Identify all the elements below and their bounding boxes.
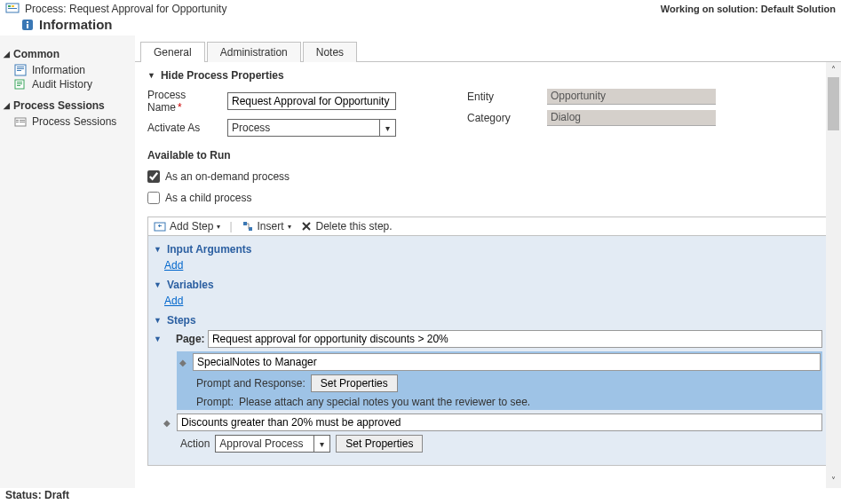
add-step-button[interactable]: Add Step ▾ [154, 220, 220, 232]
tab-administration[interactable]: Administration [207, 42, 301, 62]
input-arguments-toggle[interactable]: ▼ Input Arguments [154, 243, 822, 256]
activate-as-select[interactable]: Process ▾ [227, 119, 396, 137]
set-properties-button-prompt[interactable]: Set Properties [311, 374, 398, 392]
page-heading: Information [39, 17, 113, 32]
cb-child[interactable] [147, 192, 160, 204]
page-caret-icon[interactable]: ▼ [154, 335, 162, 343]
svg-rect-14 [17, 85, 20, 86]
process-name-input[interactable] [227, 92, 396, 110]
set-properties-button-action[interactable]: Set Properties [336, 435, 423, 453]
tab-notes[interactable]: Notes [303, 42, 357, 62]
variables-add-link[interactable]: Add [164, 295, 183, 307]
content-area: General Administration Notes ▼ Hide Proc… [135, 35, 841, 488]
input-arguments-label: Input Arguments [167, 243, 252, 256]
insert-label: Insert [258, 220, 284, 232]
status-label: Status: Draft [5, 489, 69, 501]
svg-rect-24 [249, 227, 252, 231]
scroll-panel: ▼ Hide Process Properties Process Name* … [135, 62, 841, 488]
sidebar-item-audit-history[interactable]: Audit History [14, 78, 131, 91]
svg-rect-8 [17, 67, 24, 67]
category-value: Dialog [547, 110, 716, 126]
cb-on-demand[interactable] [147, 170, 160, 183]
caret-down-icon: ▼ [147, 71, 155, 80]
scroll-thumb[interactable] [828, 77, 839, 130]
history-icon [14, 78, 27, 91]
chevron-down-icon: ▾ [379, 120, 395, 136]
step-action-title-input[interactable] [177, 413, 822, 431]
delete-step-button[interactable]: Delete this step. [300, 220, 393, 232]
hide-properties-label: Hide Process Properties [161, 69, 284, 82]
input-arguments-add-link[interactable]: Add [164, 259, 183, 272]
form-grid: Process Name* Activate As Process ▾ Avai… [147, 89, 829, 204]
prompt-text: Please attach any special notes you want… [239, 396, 530, 408]
page-header: Process: Request Approval for Opportunit… [0, 0, 841, 35]
cb-child-label: As a child process [165, 192, 251, 204]
action-select[interactable]: Approval Process ▾ [215, 435, 330, 453]
svg-rect-17 [16, 122, 19, 122]
chevron-down-icon: ▾ [313, 436, 329, 452]
step-prompt-block[interactable]: ◆ Prompt and Response: Set Properties Pr… [177, 351, 822, 410]
scroll-down-button[interactable]: ˅ [826, 473, 841, 488]
step-prompt-title-input[interactable] [193, 353, 821, 371]
sidebar-group-label: Common [13, 48, 60, 60]
tabs: General Administration Notes [140, 41, 841, 61]
svg-rect-1 [8, 5, 11, 7]
sidebar-group-common[interactable]: ◢ Common [4, 48, 131, 60]
status-bar: Status: Draft [0, 488, 841, 504]
sidebar-group-sessions[interactable]: ◢ Process Sessions [4, 99, 131, 112]
plus-icon [154, 220, 166, 232]
toolbar-separator: | [229, 220, 232, 232]
steps-toolbar: Add Step ▾ | Insert ▾ [147, 217, 829, 235]
delete-step-label: Delete this step. [316, 220, 393, 232]
svg-rect-3 [8, 8, 17, 9]
svg-rect-13 [17, 83, 22, 84]
svg-rect-6 [27, 24, 28, 28]
sidebar-item-process-sessions[interactable]: Process Sessions [14, 115, 131, 128]
page-title-input[interactable] [208, 330, 822, 348]
entity-label: Entity [467, 91, 538, 103]
chevron-up-icon: ˄ [831, 65, 836, 75]
caret-down-icon: ▼ [154, 245, 162, 254]
svg-rect-9 [17, 68, 24, 69]
sessions-icon [14, 115, 27, 128]
sidebar: ◢ Common Information Audit History ◢ Pro… [0, 35, 135, 488]
process-title: Process: Request Approval for Opportunit… [25, 3, 226, 15]
hide-properties-toggle[interactable]: ▼ Hide Process Properties [147, 69, 829, 82]
action-label: Action [180, 437, 210, 450]
prompt-label: Prompt: [196, 396, 234, 408]
svg-rect-23 [243, 222, 247, 225]
insert-icon [242, 220, 254, 232]
sidebar-group-label: Process Sessions [13, 99, 105, 112]
sidebar-item-label: Audit History [32, 78, 92, 91]
sidebar-item-information[interactable]: Information [14, 64, 131, 76]
scroll-up-button[interactable]: ˄ [826, 62, 841, 77]
tab-general[interactable]: General [140, 42, 205, 62]
svg-rect-22 [159, 224, 160, 227]
process-name-label: Process Name* [147, 89, 218, 114]
svg-rect-12 [17, 82, 22, 83]
insert-button[interactable]: Insert ▾ [242, 220, 291, 232]
scroll-track[interactable] [826, 77, 841, 473]
entity-value: Opportunity [547, 89, 716, 105]
sidebar-item-label: Process Sessions [32, 115, 116, 128]
bullet-icon: ◆ [163, 418, 171, 428]
add-step-label: Add Step [170, 220, 213, 232]
vertical-scrollbar[interactable]: ˄ ˅ [826, 62, 841, 488]
solution-label: Working on solution: Default Solution [661, 4, 836, 14]
available-to-run-label: Available to Run [147, 149, 396, 161]
caret-down-icon: ◢ [4, 101, 10, 110]
activate-as-label: Activate As [147, 122, 218, 134]
steps-section-toggle[interactable]: ▼ Steps [154, 314, 822, 327]
process-icon [5, 2, 20, 16]
variables-toggle[interactable]: ▼ Variables [154, 279, 822, 291]
svg-rect-18 [20, 120, 25, 121]
sidebar-item-label: Information [32, 64, 85, 76]
input-arguments-section: ▼ Input Arguments Add ▼ Variables Add ▼ … [147, 235, 829, 466]
information-icon [21, 19, 34, 31]
caret-down-icon: ◢ [4, 50, 10, 59]
bullet-icon: ◆ [179, 358, 187, 367]
caret-down-icon: ▾ [217, 223, 220, 231]
prompt-response-label: Prompt and Response: [196, 377, 305, 390]
chevron-down-icon: ˅ [831, 476, 836, 485]
page-prefix-label: Page: [176, 333, 208, 345]
